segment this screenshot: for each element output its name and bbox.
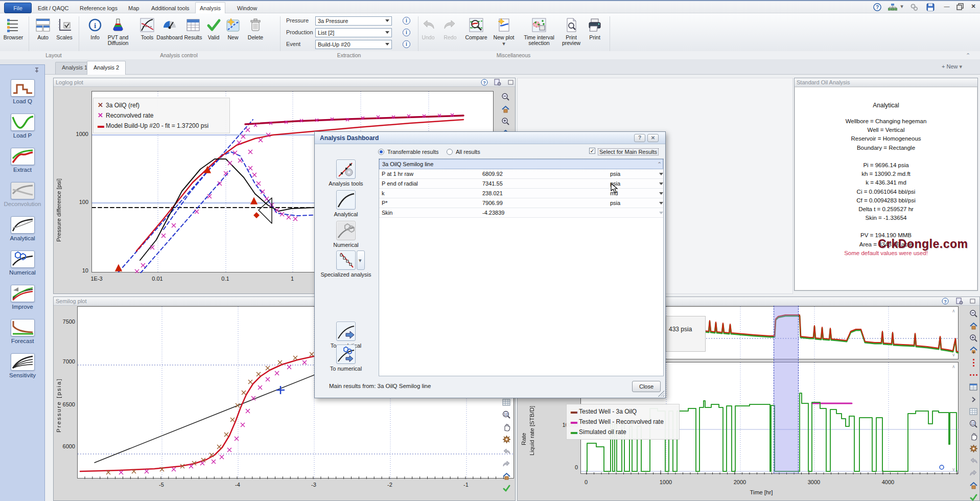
unit-dropdown-icon[interactable] xyxy=(659,173,663,177)
resize-grip[interactable] xyxy=(658,391,664,397)
scroll-down-icon[interactable]: ∨ xyxy=(952,467,955,472)
scroll-up-icon[interactable]: ∧ xyxy=(952,308,955,313)
network-dropdown-icon[interactable]: ▾ xyxy=(899,3,904,12)
pressure-select-arrow-icon[interactable] xyxy=(385,19,389,24)
values-magnifier-icon[interactable]: 12 xyxy=(969,420,978,428)
dialog-close-icon[interactable]: ✕ xyxy=(647,134,659,142)
pressure-select[interactable]: 3a Pressure xyxy=(315,16,392,26)
sidebar-item-load-p[interactable]: Load P xyxy=(0,113,45,139)
analysis-tools-button[interactable] xyxy=(336,160,356,179)
home-scale-icon[interactable] xyxy=(501,105,510,113)
tab-analysis-2[interactable]: Analysis 2 xyxy=(87,61,126,75)
expand-right-icon[interactable] xyxy=(969,395,978,404)
transferrable-results-label[interactable]: Transferrable results xyxy=(387,149,438,155)
apply-check-icon[interactable] xyxy=(502,484,511,493)
sidebar-item-load-q[interactable]: Load Q xyxy=(0,79,45,104)
specialized-analysis-button[interactable] xyxy=(336,250,356,270)
values-magnifier-icon[interactable]: 12 xyxy=(502,411,511,419)
horizontal-markers-icon[interactable] xyxy=(969,371,978,379)
event-select[interactable]: Build-Up #20 xyxy=(315,40,392,49)
vertical-markers-icon[interactable] xyxy=(969,358,978,367)
home-scale-icon[interactable] xyxy=(969,481,978,490)
loglog-panel-header[interactable]: Loglog plot xyxy=(54,78,515,87)
redo-zoom-icon[interactable] xyxy=(969,469,978,477)
data-table-icon[interactable] xyxy=(969,383,978,392)
scroll-down-icon[interactable]: ∨ xyxy=(952,352,955,357)
select-main-results-label[interactable]: Select for Main Results xyxy=(598,148,659,155)
menu-tab-additional-tools[interactable]: Additional tools xyxy=(147,3,194,13)
help-icon[interactable]: ? xyxy=(872,3,883,12)
result-row[interactable]: P at 1 hr raw6809.92psia xyxy=(379,169,663,179)
production-select[interactable]: List [2] xyxy=(315,28,392,37)
menu-tab-analysis[interactable]: Analysis xyxy=(195,2,225,14)
sidebar-item-analytical[interactable]: Analytical xyxy=(0,216,45,241)
home-scale-icon[interactable] xyxy=(969,322,978,330)
sidebar-item-sensitivity[interactable]: Sensitivity xyxy=(0,353,45,378)
select-main-results-checkbox[interactable]: ✓ xyxy=(589,148,595,154)
transferrable-results-radio[interactable] xyxy=(378,149,384,155)
pvt-diffusion-button[interactable]: PVT and Diffusion xyxy=(103,17,133,46)
redo-button[interactable]: Redo xyxy=(437,17,463,40)
all-results-label[interactable]: All results xyxy=(456,149,480,155)
loglog-help-icon[interactable]: ? xyxy=(481,79,488,86)
to-analytical-button[interactable] xyxy=(336,322,356,341)
print-button[interactable]: Print xyxy=(581,17,608,40)
dialog-title-bar[interactable]: Analysis Dashboard xyxy=(315,132,665,144)
sidebar-item-numerical[interactable]: Numerical xyxy=(0,250,45,276)
delete-button[interactable]: Delete xyxy=(242,17,269,40)
unit-dropdown-icon[interactable] xyxy=(659,192,663,197)
menu-tab-map[interactable]: Map xyxy=(124,3,143,13)
new-analysis-tab-button[interactable]: + New ▾ xyxy=(942,63,962,70)
undo-zoom-icon[interactable] xyxy=(969,457,978,465)
pin-icon[interactable] xyxy=(34,67,40,74)
standard-oil-panel-header[interactable]: Standard Oil Analysis xyxy=(795,78,977,87)
home-scale-icon[interactable] xyxy=(502,472,511,481)
zoom-in-icon[interactable] xyxy=(969,334,978,343)
table-icon[interactable] xyxy=(502,398,511,407)
event-select-arrow-icon[interactable] xyxy=(385,43,389,48)
menu-tab-window[interactable]: Window xyxy=(233,3,261,13)
time-interval-selection-button[interactable]: Time interval selection xyxy=(522,17,556,46)
settings-gears-icon[interactable] xyxy=(908,3,920,12)
unit-dropdown-icon[interactable] xyxy=(659,183,663,187)
window-close-icon[interactable]: ✕ xyxy=(968,3,979,12)
numerical-button[interactable] xyxy=(336,221,356,240)
sidebar-item-forecast[interactable]: Forecast xyxy=(0,319,45,344)
production-select-arrow-icon[interactable] xyxy=(385,31,389,36)
unit-dropdown-icon[interactable] xyxy=(659,202,663,207)
table-icon[interactable] xyxy=(969,407,978,416)
undo-zoom-icon[interactable] xyxy=(502,447,511,456)
result-row[interactable]: P end of radial7341.55psia xyxy=(379,179,663,189)
to-numerical-button[interactable] xyxy=(336,345,356,364)
result-row[interactable]: k238.021md xyxy=(379,189,663,198)
collapse-chevron-icon[interactable]: ⌃ xyxy=(657,161,662,168)
pan-hand-icon[interactable] xyxy=(502,423,511,431)
fit-scale-icon[interactable] xyxy=(969,346,978,355)
plot-settings-gear-icon[interactable] xyxy=(502,435,511,444)
print-preview-button[interactable]: Print preview xyxy=(558,17,585,46)
window-restore-icon[interactable] xyxy=(954,3,966,12)
sidebar-item-extract[interactable]: Extract xyxy=(0,148,45,173)
menu-tab-edit-qaqc[interactable]: Edit / QAQC xyxy=(34,3,73,13)
history-help-icon[interactable]: ? xyxy=(942,298,949,305)
close-button[interactable]: Close xyxy=(632,381,661,392)
result-row[interactable]: Skin-4.23839 xyxy=(379,208,663,218)
browser-button[interactable]: Browser xyxy=(0,17,27,40)
new-plot-button[interactable]: New plot ▾ xyxy=(491,17,517,47)
save-icon[interactable] xyxy=(925,3,936,12)
production-info-icon[interactable]: i xyxy=(403,29,410,36)
scroll-up-icon[interactable]: ∧ xyxy=(952,364,955,369)
ribbon-collapse-chevron-icon[interactable]: ⌃ xyxy=(966,52,970,59)
redo-zoom-icon[interactable] xyxy=(502,460,511,468)
pressure-info-icon[interactable]: i xyxy=(403,17,410,25)
specialized-analysis-dropdown[interactable]: ▾ xyxy=(357,250,365,270)
history-settings-icon[interactable] xyxy=(956,298,963,305)
result-row[interactable]: P*7906.99psia xyxy=(379,198,663,208)
results-group-header[interactable]: 3a OilQ Semilog line ⌃ xyxy=(379,159,663,169)
menu-tab-reference-logs[interactable]: Reference logs xyxy=(76,3,122,13)
sidebar-item-deconvolution[interactable]: Deconvolution xyxy=(0,182,45,207)
zoom-out-icon[interactable] xyxy=(969,309,978,318)
time-selection-band[interactable] xyxy=(774,306,799,473)
event-info-icon[interactable]: i xyxy=(403,40,410,48)
analytical-button[interactable] xyxy=(336,190,356,210)
